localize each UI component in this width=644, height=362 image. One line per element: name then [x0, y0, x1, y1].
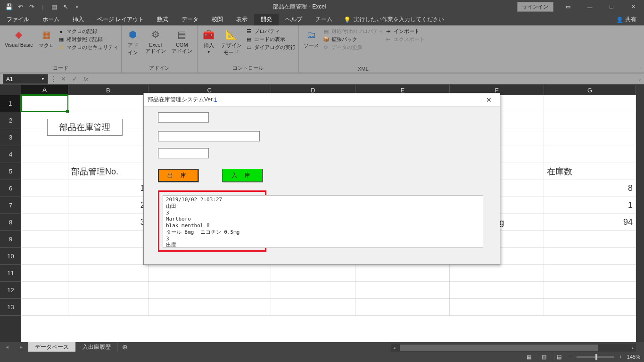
cell[interactable] [450, 282, 544, 299]
visual-basic-button[interactable]: ◆ Visual Basic [3, 27, 35, 49]
cell[interactable] [21, 214, 68, 231]
zoom-slider[interactable] [577, 356, 614, 358]
cell[interactable]: 1 [68, 180, 149, 197]
row-header[interactable]: 4 [0, 146, 21, 163]
vertical-scrollbar[interactable] [636, 85, 644, 342]
zoom-level[interactable]: 145% [627, 354, 640, 360]
undo-icon[interactable]: ↶ [15, 2, 25, 12]
row-header[interactable]: 10 [0, 248, 21, 265]
signin-button[interactable]: サインイン [517, 2, 553, 12]
expansion-pack-button[interactable]: 📦拡張パック [323, 36, 383, 43]
cell[interactable] [544, 248, 636, 265]
cell[interactable] [149, 299, 271, 316]
cell[interactable] [21, 299, 68, 316]
design-mode-button[interactable]: 📐デザイン モード [219, 27, 244, 57]
cell[interactable] [544, 146, 636, 163]
insert-control-button[interactable]: 🧰挿入▼ [200, 27, 217, 55]
addins-button[interactable]: ⬢アド イン [124, 27, 141, 57]
save-icon[interactable]: 💾 [4, 2, 14, 12]
cell[interactable] [271, 282, 356, 299]
cell[interactable] [149, 265, 271, 282]
normal-view-icon[interactable]: ▦ [524, 353, 534, 361]
cell[interactable] [21, 180, 68, 197]
shipment-in-button[interactable]: 入 庫 [222, 169, 263, 182]
cell[interactable] [544, 282, 636, 299]
xml-source-button[interactable]: 🗂ソース [302, 27, 321, 50]
row-header[interactable]: 2 [0, 112, 21, 129]
cell[interactable] [450, 299, 544, 316]
cell[interactable] [544, 299, 636, 316]
cell[interactable]: 在庫数 [544, 163, 636, 180]
tab-data[interactable]: データ [175, 14, 205, 25]
cell[interactable] [355, 265, 450, 282]
cell[interactable] [450, 265, 544, 282]
row-header[interactable]: 5 [0, 163, 21, 180]
tab-formulas[interactable]: 数式 [150, 14, 175, 25]
tab-nav-next-icon[interactable]: ▸ [14, 344, 28, 350]
cell[interactable]: 3 [68, 214, 149, 231]
row-header[interactable]: 9 [0, 231, 21, 248]
column-header[interactable]: G [544, 85, 636, 95]
dialog-input-3[interactable] [158, 148, 209, 158]
maximize-icon[interactable]: ☐ [601, 0, 622, 14]
tab-page-layout[interactable]: ページ レイアウト [91, 14, 150, 25]
record-macro-button[interactable]: ●マクロの記録 [58, 28, 118, 35]
fx-icon[interactable]: fx [80, 74, 91, 84]
cell[interactable] [21, 265, 68, 282]
cell[interactable] [21, 248, 68, 265]
pointer-icon[interactable]: ↖ [60, 2, 71, 12]
enter-formula-icon[interactable]: ✓ [69, 74, 80, 84]
import-button[interactable]: ⇥インポート [385, 28, 425, 35]
run-dialog-button[interactable]: ▭ダイアログの実行 [246, 44, 296, 51]
tab-view[interactable]: 表示 [230, 14, 254, 25]
cell[interactable] [544, 129, 636, 146]
tab-nav-prev-icon[interactable]: ◂ [0, 344, 14, 350]
new-file-icon[interactable]: ▤ [49, 2, 59, 12]
row-header[interactable]: 8 [0, 214, 21, 231]
collapse-ribbon-icon[interactable]: ˇ [640, 66, 641, 72]
view-code-button[interactable]: ▤コードの表示 [246, 36, 296, 43]
cell[interactable] [21, 197, 68, 214]
cell[interactable]: 8 [544, 180, 636, 197]
row-header[interactable]: 7 [0, 197, 21, 214]
close-icon[interactable]: ✕ [622, 0, 644, 14]
properties-button[interactable]: ☰プロパティ [246, 28, 296, 35]
scroll-left-icon[interactable]: ◂ [393, 346, 396, 350]
tab-developer[interactable]: 開発 [254, 14, 279, 25]
select-all-corner[interactable] [0, 85, 21, 95]
cell[interactable] [271, 265, 356, 282]
shipment-out-button[interactable]: 出 庫 [158, 169, 198, 182]
cell[interactable] [21, 163, 68, 180]
zoom-out-button[interactable]: − [569, 354, 572, 360]
cell[interactable] [544, 95, 636, 112]
row-header[interactable]: 6 [0, 180, 21, 197]
sheet-tab-database[interactable]: データベース [28, 342, 76, 352]
macro-security-button[interactable]: ⚠マクロのセキュリティ [58, 44, 118, 51]
cell[interactable] [68, 231, 149, 248]
cell[interactable] [68, 146, 149, 163]
scroll-right-icon[interactable]: ▸ [632, 346, 634, 350]
cell[interactable] [21, 282, 68, 299]
cell[interactable] [68, 95, 149, 112]
share-button[interactable]: 👤 共有 [609, 14, 644, 25]
sheet-title-cell[interactable]: 部品在庫管理 [47, 119, 123, 136]
cell[interactable] [68, 265, 149, 282]
dialog-input-1[interactable] [158, 112, 209, 123]
log-textbox[interactable]: 2019/10/02 2:03:27 山田 3 Marlboro blak me… [163, 195, 483, 248]
cell[interactable] [21, 231, 68, 248]
formula-input[interactable] [91, 74, 633, 84]
tab-review[interactable]: 校閲 [205, 14, 230, 25]
tab-file[interactable]: ファイル [0, 14, 36, 25]
page-layout-view-icon[interactable]: ▥ [539, 353, 549, 361]
cell[interactable] [68, 299, 149, 316]
dialog-close-icon[interactable]: ✕ [482, 96, 496, 104]
sheet-tab-history[interactable]: 入出庫履歴 [76, 342, 118, 352]
relative-ref-button[interactable]: ▦相対参照で記録 [58, 36, 118, 43]
row-header[interactable]: 11 [0, 265, 21, 282]
new-sheet-icon[interactable]: ⊕ [118, 343, 132, 351]
horizontal-scrollbar[interactable]: ◂ ▸ [391, 344, 636, 352]
row-header[interactable]: 13 [0, 299, 21, 316]
ribbon-options-icon[interactable]: ▭ [557, 0, 579, 14]
com-addins-button[interactable]: ▤COM アドイン [170, 27, 194, 56]
tab-insert[interactable]: 挿入 [66, 14, 91, 25]
